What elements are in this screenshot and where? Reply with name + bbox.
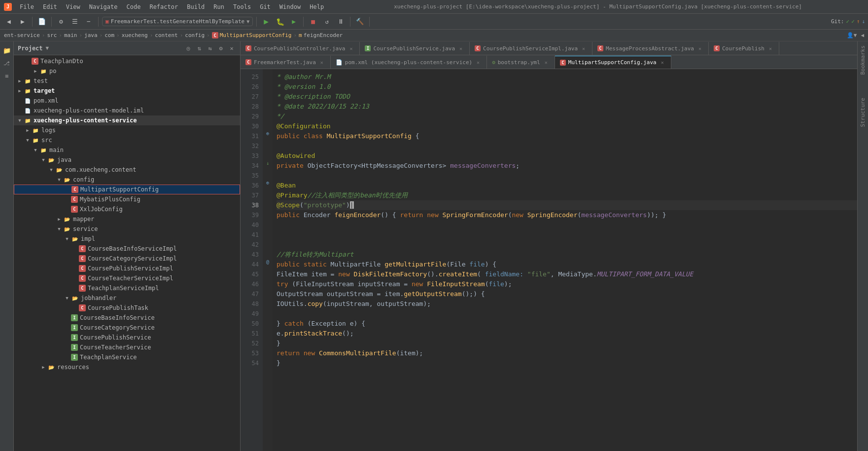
debug-btn[interactable]: 🐛: [274, 16, 286, 28]
project-locate-btn[interactable]: ◎: [184, 44, 193, 53]
tab-pom[interactable]: 📄 pom.xml (xuecheng-plus-content-service…: [331, 56, 487, 69]
tab-bootstrap[interactable]: ⚙ bootstrap.yml ✕: [487, 56, 555, 69]
tab-coursePubCtrl[interactable]: C CoursePublishController.java ✕: [241, 42, 360, 55]
breadcrumb-content[interactable]: content: [155, 32, 177, 38]
bookmarks-label[interactable]: Bookmarks: [858, 41, 868, 79]
menu-run[interactable]: Run: [209, 2, 228, 11]
tree-item-xxljob[interactable]: C XxlJobConfig: [14, 204, 240, 214]
structure-label[interactable]: Structure: [858, 94, 868, 131]
tree-item-logs[interactable]: ▶ 📁 logs: [14, 125, 240, 135]
tree-item-teachplanDto[interactable]: C TeachplanDto: [14, 56, 240, 66]
tab-close[interactable]: ✕: [543, 59, 550, 66]
tab-close[interactable]: ✕: [457, 45, 464, 52]
tab-close[interactable]: ✕: [696, 45, 703, 52]
breadcrumb-xuecheng[interactable]: xuecheng: [122, 32, 148, 38]
tree-item-test[interactable]: ▶ 📁 test: [14, 76, 240, 86]
menu-window[interactable]: Window: [276, 2, 305, 11]
tab-close[interactable]: ✕: [318, 59, 325, 66]
tab-close[interactable]: ✕: [475, 59, 482, 66]
menu-navigate[interactable]: Navigate: [85, 2, 122, 11]
tree-item-publish-impl[interactable]: C CoursePublishServiceImpl: [14, 263, 240, 273]
project-close-btn[interactable]: ✕: [227, 44, 236, 53]
menu-tools[interactable]: Tools: [229, 2, 255, 11]
breadcrumb-main[interactable]: main: [64, 32, 77, 38]
tab-coursePubSvc[interactable]: I CoursePublishService.java ✕: [360, 42, 470, 55]
breadcrumb-multipart[interactable]: MultipartSupportConfig: [220, 32, 292, 38]
tree-item-mybatis[interactable]: C MybatisPlusConfig: [14, 194, 240, 204]
hide-btn[interactable]: −: [83, 16, 95, 28]
menu-build[interactable]: Build: [183, 2, 208, 11]
code-editor[interactable]: 25 26 27 28 29 30 31 32 33 34 35 36 37 3…: [241, 69, 857, 451]
breadcrumb-com[interactable]: com: [104, 32, 114, 38]
tree-item-service[interactable]: ▼ 📂 service: [14, 224, 240, 234]
stop-btn[interactable]: ■: [307, 16, 319, 28]
tree-item-teacher-impl[interactable]: C CourseTeacherServiceImpl: [14, 273, 240, 283]
layout-btn[interactable]: ☰: [69, 16, 81, 28]
run-config-dropdown[interactable]: ▼: [246, 19, 249, 24]
menu-view[interactable]: View: [62, 2, 84, 11]
project-settings-btn[interactable]: ⚙: [216, 44, 225, 53]
tree-item-teachplan-impl[interactable]: C TeachplanServiceImpl: [14, 283, 240, 293]
commit-icon[interactable]: ⎇: [2, 58, 12, 68]
tree-item-category-svc[interactable]: I CourseCategoryService: [14, 323, 240, 333]
menu-file[interactable]: File: [16, 2, 38, 11]
tree-item-base-svc[interactable]: I CourseBaseInfoService: [14, 313, 240, 323]
tree-item-impl[interactable]: ▼ 📂 impl: [14, 234, 240, 244]
pause-btn[interactable]: ⏸: [335, 16, 347, 28]
breadcrumb-service[interactable]: ent-service: [4, 32, 40, 38]
tree-item-java[interactable]: ▼ 📂 java: [14, 155, 240, 165]
structure-icon[interactable]: ≡: [2, 71, 12, 81]
tree-item-pom[interactable]: 📄 pom.xml: [14, 96, 240, 106]
tab-coursePub2[interactable]: C CoursePublish ✕: [709, 42, 779, 55]
breadcrumb-feign[interactable]: feignEncoder: [304, 32, 343, 38]
tree-item-publish-task[interactable]: C CoursePublishTask: [14, 303, 240, 313]
settings-btn[interactable]: ⚙: [55, 16, 67, 28]
menu-edit[interactable]: Edit: [39, 2, 61, 11]
breadcrumb-method[interactable]: m feignEncoder: [299, 32, 343, 38]
project-collapse-btn[interactable]: ⇆: [206, 44, 214, 53]
tree-item-iml[interactable]: 📄 xuecheng-plus-content-model.iml: [14, 106, 240, 115]
project-icon[interactable]: 📁: [2, 45, 12, 55]
menu-help[interactable]: Help: [306, 2, 328, 11]
tree-item-teacher-svc[interactable]: I CourseTeacherService: [14, 342, 240, 352]
breadcrumb-nav-back[interactable]: 👤▼: [847, 32, 857, 38]
coverage-btn[interactable]: ▶: [288, 16, 300, 28]
back-btn[interactable]: ◀: [3, 16, 15, 28]
tree-item-main[interactable]: ▼ 📁 main: [14, 145, 240, 155]
tab-multipart[interactable]: C MultipartSupportConfig.java ✕: [555, 56, 671, 69]
forward-btn[interactable]: ▶: [17, 16, 29, 28]
recent-files-btn[interactable]: 📄: [36, 16, 48, 28]
tree-item-config[interactable]: ▼ 📂 config: [14, 175, 240, 185]
tree-item-src[interactable]: ▼ 📁 src: [14, 135, 240, 145]
breadcrumb-back-arrow[interactable]: ◀: [861, 32, 864, 38]
tree-item-mapper[interactable]: ▶ 📂 mapper: [14, 214, 240, 224]
tab-freemarker[interactable]: C FreemarkerTest.java ✕: [241, 56, 331, 69]
run-btn[interactable]: ▶: [260, 16, 272, 28]
tree-item-teachplan-svc[interactable]: I TeachplanService: [14, 352, 240, 362]
breadcrumb-class[interactable]: C MultipartSupportConfig: [212, 32, 292, 38]
tree-item-publish-svc[interactable]: I CoursePublishService: [14, 333, 240, 342]
breadcrumb-java[interactable]: java: [84, 32, 98, 38]
tree-item-content-service[interactable]: ▼ 📁 xuecheng-plus-content-service: [14, 115, 240, 125]
menu-refactor[interactable]: Refactor: [145, 2, 182, 11]
tab-msgAbstract[interactable]: C MessageProcessAbstract.java ✕: [592, 42, 709, 55]
tree-item-multipart[interactable]: C MultipartSupportConfig: [14, 185, 240, 194]
project-dropdown[interactable]: ▼: [46, 45, 49, 51]
breadcrumb-src[interactable]: src: [47, 32, 57, 38]
tree-item-course-base-impl[interactable]: C CourseBaseInfoServiceImpl: [14, 244, 240, 254]
rerun-btn[interactable]: ↺: [321, 16, 333, 28]
tab-close[interactable]: ✕: [767, 45, 774, 52]
tree-item-category-impl[interactable]: C CourseCategoryServiceImpl: [14, 254, 240, 263]
project-expand-btn[interactable]: ⇅: [195, 44, 204, 53]
menu-git[interactable]: Git: [256, 2, 275, 11]
tab-close[interactable]: ✕: [580, 45, 587, 52]
tree-item-resources[interactable]: ▶ 📂 resources: [14, 362, 240, 372]
make-btn[interactable]: 🔨: [354, 16, 366, 28]
menu-code[interactable]: Code: [123, 2, 145, 11]
tab-close[interactable]: ✕: [659, 59, 666, 66]
tree-item-po[interactable]: ▶ 📁 po: [14, 66, 240, 76]
breadcrumb-config[interactable]: config: [185, 32, 205, 38]
tab-coursePubImpl[interactable]: C CoursePublishServiceImpl.java ✕: [470, 42, 592, 55]
tree-item-package[interactable]: ▼ 📂 com.xuecheng.content: [14, 165, 240, 175]
tree-item-target[interactable]: ▶ 📁 target: [14, 86, 240, 96]
